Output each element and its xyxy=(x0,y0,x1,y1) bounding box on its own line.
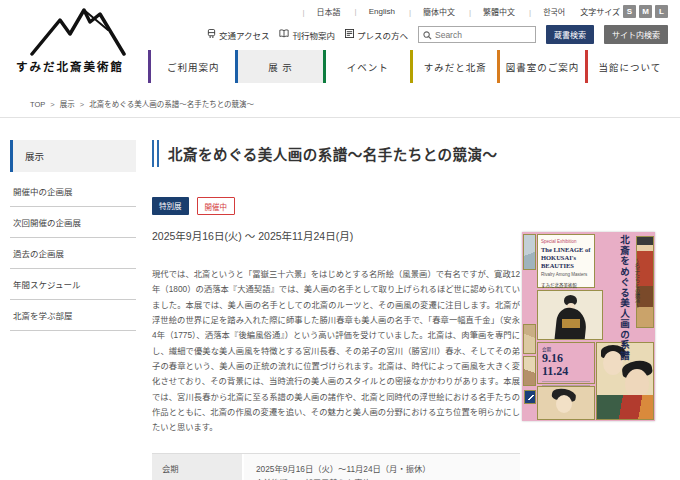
sidebar-item-annual-schedule[interactable]: 年間スケジュール xyxy=(10,269,136,300)
press-icon xyxy=(345,29,354,40)
catalog-search-button[interactable]: 蔵書検索 xyxy=(546,25,594,44)
hokusai-mountain-logo-icon xyxy=(16,4,148,56)
page-title: 北斎をめぐる美人画の系譜〜名手たちとの競演〜 xyxy=(152,140,520,167)
sidebar-item-hokusai-learning-room[interactable]: 北斎を学ぶ部屋 xyxy=(10,300,136,331)
breadcrumb-current: 北斎をめぐる美人画の系譜〜名手たちとの競演〜 xyxy=(89,100,254,109)
main-column: 北斎をめぐる美人画の系譜〜名手たちとの競演〜 特別展 開催中 2025年9月16… xyxy=(152,140,520,480)
exhibition-info-table: 会期 2025年9月16日（火）〜11月24日（月・振休） ※前後期で一部展示替… xyxy=(152,453,520,480)
breadcrumb-separator: > xyxy=(50,100,54,109)
special-exhibition-badge: 特別展 xyxy=(152,197,189,215)
train-icon xyxy=(207,29,216,40)
poster-date-panel: 会期 9.16 11.24 xyxy=(537,342,595,384)
utility-bar: 日本語 English 簡体中文 繁體中文 한국어 文字サイズ S M L 交通… xyxy=(207,5,668,44)
main-nav: ご利用案内 展 示 イベント すみだと北斎 図書室のご案内 当館について xyxy=(148,50,672,83)
search-box xyxy=(418,26,536,43)
content-area: 展示 開催中の企画展 次回開催の企画展 過去の企画展 年間スケジュール 北斎を学… xyxy=(0,118,680,480)
sidebar-item-current-exhibitions[interactable]: 開催中の企画展 xyxy=(10,176,136,207)
poster-date-end: 11.24 xyxy=(542,365,590,378)
breadcrumb-home[interactable]: TOP xyxy=(30,100,45,109)
sidebar-header-exhibitions[interactable]: 展示 xyxy=(10,140,136,172)
nav-item-guide[interactable]: ご利用案内 xyxy=(148,50,235,83)
breadcrumb: TOP > 展示 > 北斎をめぐる美人画の系譜〜名手たちとの競演〜 xyxy=(0,93,680,118)
lang-korean[interactable]: 한국어 xyxy=(522,6,572,17)
badge-row: 特別展 開催中 xyxy=(152,197,520,215)
nav-item-library[interactable]: 図書室のご案内 xyxy=(497,50,584,83)
row-value: 2025年9月16日（火）〜11月24日（月・振休） ※前後期で一部展示替えを実… xyxy=(244,454,520,480)
museum-logo[interactable]: すみだ北斎美術館 xyxy=(16,4,148,86)
publications-link[interactable]: 刊行物案内 xyxy=(279,29,335,41)
museum-name: すみだ北斎美術館 xyxy=(16,58,148,74)
nav-item-sumida-hokusai[interactable]: すみだと北斎 xyxy=(410,50,497,83)
font-size-large-button[interactable]: L xyxy=(655,5,668,18)
site-header: すみだ北斎美術館 日本語 English 簡体中文 繁體中文 한국어 文字サイズ… xyxy=(0,0,680,46)
exhibition-date-range: 2025年9月16日(火) 〜 2025年11月24日(月) xyxy=(152,228,520,243)
lang-english[interactable]: English xyxy=(348,7,402,16)
exhibition-poster[interactable]: Special Exhibition The LINEAGE of HOKUSA… xyxy=(522,232,655,421)
sidebar: 展示 開催中の企画展 次回開催の企画展 過去の企画展 年間スケジュール 北斎を学… xyxy=(10,140,136,480)
lang-traditional-chinese[interactable]: 繁體中文 xyxy=(462,6,522,17)
row-label: 会期 xyxy=(152,454,244,480)
now-open-badge: 開催中 xyxy=(197,197,236,215)
breadcrumb-separator: > xyxy=(80,100,84,109)
breadcrumb-section[interactable]: 展示 xyxy=(60,100,75,109)
press-link[interactable]: プレスの方へ xyxy=(345,29,408,41)
nav-item-events[interactable]: イベント xyxy=(323,50,410,83)
poster-japanese-title: 北斎をめぐる美人画の系譜 xyxy=(617,235,631,363)
book-icon xyxy=(279,29,289,40)
language-bar: 日本語 English 簡体中文 繁體中文 한국어 文字サイズ S M L xyxy=(207,5,668,18)
poster-artwork-small-face xyxy=(537,386,595,420)
lang-simplified-chinese[interactable]: 簡体中文 xyxy=(402,6,462,17)
site-search-button[interactable]: サイト内検索 xyxy=(604,25,668,44)
table-row-period: 会期 2025年9月16日（火）〜11月24日（月・振休） ※前後期で一部展示替… xyxy=(152,454,520,480)
exhibition-description: 現代では、北斎というと「冨嶽三十六景」をはじめとする名所絵（風景画）で有名ですが… xyxy=(152,267,520,436)
search-input[interactable] xyxy=(435,30,531,40)
sidebar-item-upcoming-exhibitions[interactable]: 次回開催の企画展 xyxy=(10,207,136,238)
search-icon xyxy=(423,26,432,44)
font-size-medium-button[interactable]: M xyxy=(639,5,652,18)
sidebar-item-past-exhibitions[interactable]: 過去の企画展 xyxy=(10,238,136,269)
nav-item-about[interactable]: 当館について xyxy=(585,50,672,83)
poster-column: Special Exhibition The LINEAGE of HOKUSA… xyxy=(522,232,658,480)
poster-museum-logo-icon xyxy=(524,390,536,404)
poster-japanese-subtitle: 〜名手たちとの競演〜 xyxy=(634,258,641,358)
font-size-label: 文字サイズ xyxy=(580,6,620,17)
poster-artwork-strip-mid xyxy=(523,324,536,354)
poster-english-panel: Special Exhibition The LINEAGE of HOKUSA… xyxy=(537,234,595,288)
poster-artwork-strip-top xyxy=(523,234,536,270)
lang-japanese[interactable]: 日本語 xyxy=(296,6,348,17)
access-link[interactable]: 交通アクセス xyxy=(207,29,270,41)
poster-artwork-strip-bottom xyxy=(523,356,536,386)
font-size-small-button[interactable]: S xyxy=(623,5,636,18)
tool-bar: 交通アクセス 刊行物案内 プレスの方へ 蔵書検索 サイ xyxy=(207,25,668,44)
poster-artwork-beauty xyxy=(537,290,603,340)
nav-item-exhibitions[interactable]: 展 示 xyxy=(235,50,322,83)
